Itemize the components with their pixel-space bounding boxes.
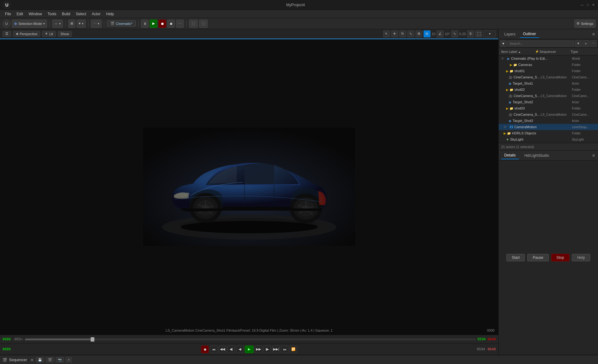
play-btn[interactable]: ▶	[150, 20, 157, 28]
viewport-canvas[interactable]: LS_CameraMotion CineCamera_Shot1 Filmbac…	[0, 39, 498, 335]
scrubber-track[interactable]	[25, 338, 476, 340]
pb-to-start-btn[interactable]: ⏮	[210, 346, 217, 353]
seq-close-btn[interactable]: ✕	[30, 357, 34, 362]
add-item-btn[interactable]: +	[582, 40, 589, 47]
hamburger-menu-btn[interactable]: ☰	[2, 31, 11, 37]
more-btn[interactable]: ⋯	[91, 20, 102, 28]
scale-tool-btn[interactable]: ⤡	[407, 30, 414, 37]
stop-btn-toolbar[interactable]: ⏹	[159, 20, 166, 28]
layers-panel: Layers Outliner ✕ ▼ ▾ + ⋯ Item Label ▲ ⚡…	[499, 29, 598, 151]
help-btn[interactable]: Help	[572, 254, 590, 261]
pb-back-btn[interactable]: ◀	[236, 346, 244, 353]
output-mode-btn[interactable]: ⬛	[199, 20, 208, 28]
layers-tree: 👁 ▶ Cinematic (Play In Edi... World ▶ 📁 …	[499, 55, 598, 143]
minimize-button[interactable]: —	[580, 3, 584, 7]
outliner-search-input[interactable]	[507, 40, 574, 47]
tree-row-hdrls[interactable]: ▶ 📁 HDRLS Objects Folder	[499, 130, 598, 136]
tree-row-cinecam-shot2[interactable]: 🎥 CineCamera_Sh... LS_CameraMotion CineC…	[499, 93, 598, 99]
seq-save-btn[interactable]: 💾	[36, 357, 44, 362]
details-close-btn[interactable]: ✕	[592, 153, 596, 158]
pb-back-one-btn[interactable]: ◀|	[227, 346, 235, 353]
seq-camera-btn[interactable]: 📷	[56, 357, 64, 362]
tree-row-shot01[interactable]: ▶ 📁 shot01 Folder	[499, 68, 598, 74]
vp-settings-btn[interactable]: ⚙	[415, 30, 422, 37]
seq-add-btn[interactable]: +	[66, 357, 72, 362]
tree-row-cameras[interactable]: ▶ 📁 Cameras Folder	[499, 62, 598, 68]
pb-play-btn[interactable]: ▶	[245, 346, 254, 353]
tab-layers[interactable]: Layers	[501, 31, 519, 38]
viewport-options-btn[interactable]: ▾	[483, 30, 496, 37]
cinecam2-type: CineCame...	[572, 94, 597, 98]
pb-loop-btn[interactable]: 🔁	[290, 346, 297, 353]
scale-snap-btn[interactable]: ⤡	[451, 30, 458, 37]
perspective-btn[interactable]: ◈ Perspective	[13, 31, 40, 37]
cinematic-label: Cinematic*	[116, 22, 132, 26]
menu-actor[interactable]: Actor	[89, 11, 103, 17]
select-tool-btn[interactable]: ↖	[383, 30, 390, 37]
viewport-mode-btn[interactable]: ⬛	[189, 20, 198, 28]
pb-forward-many-btn[interactable]: ▶▶|	[272, 346, 280, 353]
tree-row-shot03[interactable]: ▶ 📁 shot03 Folder	[499, 105, 598, 111]
more-playback[interactable]: ⋯	[176, 20, 184, 28]
cinecam3-type: CineCame...	[572, 113, 597, 116]
svg-point-3	[181, 221, 318, 233]
tree-row-cinecam-shot3[interactable]: 🎥 CineCamera_Sh... LS_CameraMotion CineC…	[499, 111, 598, 118]
start-btn[interactable]: Start	[506, 254, 525, 261]
hdrls-type: Folder	[572, 132, 597, 135]
translate-tool-btn[interactable]: ✛	[391, 30, 398, 37]
grid-snap-btn[interactable]: ⊞	[424, 30, 430, 37]
lit-btn[interactable]: ☀ Lit	[42, 31, 56, 37]
menu-edit[interactable]: Edit	[14, 11, 26, 17]
tab-outliner[interactable]: Outliner	[520, 30, 539, 38]
pause-detail-btn[interactable]: Pause	[527, 254, 548, 261]
title-bar-left: U	[2, 1, 11, 9]
pause-btn[interactable]: ⏸	[141, 20, 149, 28]
tree-row-shot02[interactable]: ▶ 📁 shot02 Folder	[499, 86, 598, 93]
selection-mode-btn[interactable]: ⊕ Selection Mode	[12, 20, 47, 28]
maximize-button[interactable]: □	[586, 3, 590, 7]
pb-to-end-btn[interactable]: ⏭	[281, 346, 288, 353]
menu-window[interactable]: Window	[26, 11, 45, 17]
maximize-viewport-btn[interactable]: ⛶	[475, 30, 482, 37]
pb-end-time: 0594	[477, 347, 485, 351]
angle-snap-btn[interactable]: ∠	[437, 30, 444, 37]
tree-row-camera-motion[interactable]: 👁 🎞 CameraMotion LevelSequ...	[499, 124, 598, 130]
settings-btn[interactable]: ⚙ Settings	[574, 20, 596, 28]
tree-row-target-shot1[interactable]: ◉ Target_Shot1 Actor	[499, 80, 598, 86]
menu-file[interactable]: File	[2, 11, 13, 17]
menu-help[interactable]: Help	[104, 11, 116, 17]
record-btn-toolbar[interactable]: ⏺	[167, 20, 175, 28]
pb-back-many-btn[interactable]: ◀◀	[219, 346, 226, 353]
stop-detail-btn[interactable]: Stop	[551, 254, 570, 261]
menu-tools[interactable]: Tools	[45, 11, 59, 17]
cinematic-tab[interactable]: 🎬 Cinematic*	[107, 21, 136, 26]
transform-btn[interactable]: ↔	[52, 20, 63, 28]
seq-render-btn[interactable]: 🎬	[46, 357, 54, 362]
close-button[interactable]: ✕	[591, 3, 596, 7]
filter-btn[interactable]: ▼	[500, 40, 507, 47]
layers-header: Layers Outliner ✕	[499, 29, 598, 39]
tree-row-skylight[interactable]: ☀ SkyLight SkyLight	[499, 136, 598, 142]
show-btn[interactable]: Show	[58, 31, 72, 37]
unreal-home-btn[interactable]: U	[2, 20, 11, 28]
snap-dropdown[interactable]: ▾	[77, 20, 86, 28]
menu-build[interactable]: Build	[59, 11, 73, 17]
scrubber-handle[interactable]	[91, 337, 94, 342]
tree-row-target-shot3[interactable]: ◉ Target_Shot3 Actor	[499, 118, 598, 124]
more-options-btn[interactable]: ⋯	[590, 40, 597, 47]
tree-row-cinecam-shot1[interactable]: 🎥 CineCamera_Sh... LS_CameraMotion CineC…	[499, 74, 598, 80]
tab-details[interactable]: Details	[501, 152, 519, 159]
rotate-tool-btn[interactable]: ↻	[399, 30, 406, 37]
pb-forward-one-btn[interactable]: |▶	[263, 346, 271, 353]
snap-btn[interactable]: ⊞	[68, 20, 75, 28]
layers-close-btn[interactable]: ✕	[592, 32, 596, 37]
tree-row-cinematic[interactable]: 👁 ▶ Cinematic (Play In Edi... World	[499, 55, 598, 62]
tab-hdr-light[interactable]: HdrLightStudio	[521, 152, 552, 159]
camera-speed-btn[interactable]: ①	[467, 30, 474, 37]
pb-record-btn[interactable]: ⏺	[201, 346, 209, 353]
pb-forward-btn[interactable]: ▶▶	[255, 346, 262, 353]
toolbar-divider-4	[104, 21, 104, 27]
filter-options-btn[interactable]: ▾	[575, 40, 582, 47]
tree-row-target-shot2[interactable]: ◉ Target_Shot2 Actor	[499, 99, 598, 105]
menu-select[interactable]: Select	[73, 11, 88, 17]
